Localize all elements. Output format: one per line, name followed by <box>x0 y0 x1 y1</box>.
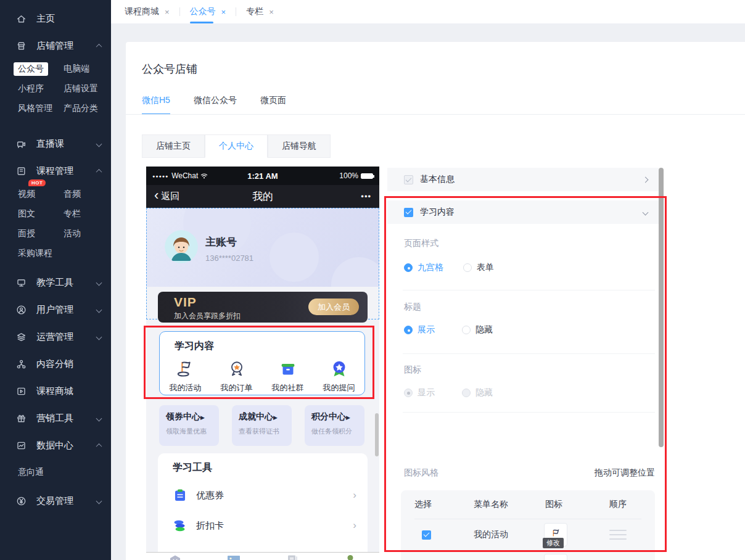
radio-form[interactable]: 表单 <box>463 262 501 273</box>
drag-handle[interactable] <box>609 530 627 540</box>
radio-icon <box>404 263 413 272</box>
sidebar-item-course-mgmt[interactable]: 课程管理 <box>0 157 111 184</box>
menu-my-activity[interactable]: 我的活动 <box>160 359 211 393</box>
radio-show-title[interactable]: 展示 <box>404 324 442 336</box>
drag-hint: 拖动可调整位置 <box>595 467 655 479</box>
points-center-card[interactable]: 积分中心▶ 做任务领积分 <box>305 405 364 446</box>
chevron-right-icon[interactable] <box>643 176 649 183</box>
sidebar-item-content-distribution[interactable]: 内容分销 <box>0 350 111 377</box>
menu-my-questions[interactable]: 我的提问 <box>313 359 364 393</box>
sidebar-item-column[interactable]: 专栏 <box>59 204 105 224</box>
sidebar-item-teaching-tools[interactable]: 教学工具 <box>0 269 111 296</box>
edit-badge[interactable]: 修改 <box>543 538 564 548</box>
gallery-tab-icon[interactable] <box>227 554 241 560</box>
share-nodes-icon <box>16 359 27 369</box>
subtab-shop-nav[interactable]: 店铺导航 <box>268 134 331 158</box>
sidebar-item-miniprogram[interactable]: 小程序 <box>14 79 59 99</box>
sidebar-item-article[interactable]: 图文 <box>14 204 59 224</box>
sidebar-item-live-course[interactable]: 直播课 <box>0 130 111 157</box>
menu-table: 选择 菜单名称 图标 顺序 我的活动 修改 我的订单 修改 我的 <box>401 490 655 560</box>
radio-icon <box>462 389 471 397</box>
battery-percent: 100% <box>339 171 358 180</box>
sidebar-item-marketing-tools[interactable]: 营销工具 <box>0 405 111 432</box>
radio-hide-icon-disabled: 隐藏 <box>462 387 500 398</box>
chevron-up-icon <box>96 443 102 449</box>
tab-column[interactable]: 专栏 × <box>246 0 274 23</box>
radio-hide-title[interactable]: 隐藏 <box>462 324 500 336</box>
chevron-down-icon[interactable] <box>643 209 649 215</box>
tab-separator <box>179 7 180 16</box>
sidebar-item-shop-mgmt[interactable]: 店铺管理 <box>0 32 111 59</box>
icon-tile-my-orders[interactable]: 修改 <box>544 554 567 560</box>
phone-preview: ●●●●● WeChat 1:21 AM 100% ‹返回 我的 ••• 主账号… <box>146 167 379 560</box>
chevron-down-icon <box>96 334 102 340</box>
vip-banner[interactable]: VIP 加入会员享跟多折扣 加入会员 <box>158 292 368 323</box>
icon-style-label: 图标风格 <box>404 467 438 479</box>
gift-box-icon <box>278 359 298 380</box>
sidebar-item-shop-settings[interactable]: 店铺设置 <box>59 79 105 99</box>
close-icon[interactable]: × <box>221 7 226 17</box>
close-icon[interactable]: × <box>165 7 170 17</box>
subtab-personal-center[interactable]: 个人中心 <box>205 134 268 158</box>
profile-banner[interactable]: 主账号 136****02781 <box>146 208 379 287</box>
menu-my-community[interactable]: 我的社群 <box>262 359 313 393</box>
divider <box>403 412 655 413</box>
promo-cards: 领券中心▶ 领取海量优惠 成就中心▶ 查看获得证书 积分中心▶ 做任务领积分 <box>159 405 365 446</box>
account-phone: 136****02781 <box>205 253 253 263</box>
sidebar-item-style-mgmt[interactable]: 风格管理 <box>14 99 59 118</box>
basic-info-row[interactable]: 基本信息 <box>387 168 659 191</box>
sidebar-item-activity[interactable]: 活动 <box>59 224 105 244</box>
sidebar-data-submenu: 意向通 <box>0 463 111 482</box>
sidebar-item-purchased-course[interactable]: 采购课程 <box>14 244 59 263</box>
sidebar-item-product-category[interactable]: 产品分类 <box>59 99 105 118</box>
play-square-icon <box>16 386 27 397</box>
document-tab-icon[interactable] <box>286 554 298 560</box>
subtab-shop-home[interactable]: 店铺主页 <box>142 134 205 158</box>
coupon-icon <box>173 488 187 503</box>
more-icon[interactable]: ••• <box>361 192 371 201</box>
tab-course-mall[interactable]: 课程商城 × <box>125 0 170 23</box>
tool-discount-card-row[interactable]: 折扣卡 › <box>173 511 356 540</box>
icon-tile-my-activity[interactable]: 修改 <box>544 523 567 546</box>
main-area: 公众号店铺 微信H5 微信公众号 微页面 店铺主页 个人中心 店铺导航 ●●●●… <box>111 23 745 560</box>
sidebar-item-operation-mgmt[interactable]: 运营管理 <box>0 323 111 350</box>
checkbox-my-activity[interactable] <box>422 530 431 540</box>
avatar <box>165 230 198 263</box>
menu-my-orders[interactable]: 我的订单 <box>211 359 262 393</box>
sidebar-item-intention[interactable]: 意向通 <box>14 463 59 482</box>
coupon-center-card[interactable]: 领券中心▶ 领取海量优惠 <box>159 405 219 446</box>
sidebar-item-trade-mgmt[interactable]: 交易管理 <box>0 487 111 514</box>
profile-tab-icon[interactable] <box>344 554 356 560</box>
sidebar-item-data-center[interactable]: 数据中心 <box>0 432 111 459</box>
tab-wechat-h5[interactable]: 微信H5 <box>142 95 170 115</box>
radio-grid[interactable]: 九宫格 <box>404 262 443 273</box>
open-tabs-bar: 课程商城 × 公众号 × 专栏 × <box>111 0 745 23</box>
checkbox-basic-info[interactable] <box>404 175 413 184</box>
phone-page-title: 我的 <box>146 189 379 204</box>
tab-micro-page[interactable]: 微页面 <box>260 95 286 115</box>
learn-content-row[interactable]: 学习内容 <box>387 200 659 224</box>
coins-icon <box>173 518 187 533</box>
join-member-button[interactable]: 加入会员 <box>308 299 359 315</box>
sidebar-item-pc[interactable]: 电脑端 <box>59 59 105 79</box>
sidebar-item-offline[interactable]: 面授 <box>14 224 59 244</box>
sidebar-item-home[interactable]: 主页 <box>0 5 111 32</box>
channel-tabs: 微信H5 微信公众号 微页面 <box>142 95 286 115</box>
sidebar-item-course-mall[interactable]: 课程商城 <box>0 377 111 405</box>
sidebar-item-user-mgmt[interactable]: 用户管理 <box>0 296 111 323</box>
panel-scrollbar[interactable] <box>659 168 664 447</box>
sidebar-item-video[interactable]: 视频 HOT <box>14 184 59 204</box>
sidebar-item-gongzhonghao[interactable]: 公众号 <box>14 59 59 79</box>
home-tab-icon[interactable] <box>169 554 181 560</box>
play-arrow-icon: ▶ <box>346 414 350 421</box>
sidebar-shop-submenu: 公众号 电脑端 小程序 店铺设置 风格管理 产品分类 <box>0 59 111 118</box>
sidebar-item-audio[interactable]: 音频 <box>59 184 105 204</box>
tab-gongzhonghao[interactable]: 公众号 × <box>190 0 226 23</box>
vip-title: VIP <box>174 295 197 310</box>
phone-scrollbar[interactable] <box>375 413 379 456</box>
checkbox-learn-content[interactable] <box>404 208 413 217</box>
tab-wechat-official[interactable]: 微信公众号 <box>194 95 237 115</box>
close-icon[interactable]: × <box>269 7 274 17</box>
achievement-center-card[interactable]: 成就中心▶ 查看获得证书 <box>232 405 292 446</box>
tool-coupon-row[interactable]: 优惠券 › <box>173 480 356 510</box>
